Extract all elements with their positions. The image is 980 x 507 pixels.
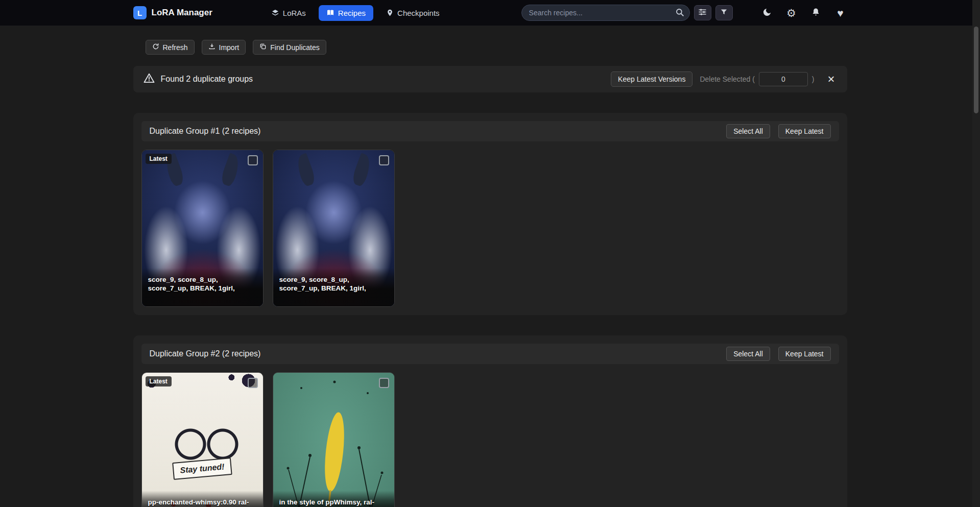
- duplicate-group-1: Duplicate Group #1 (2 recipes) Select Al…: [133, 113, 847, 315]
- funnel-icon: [720, 8, 728, 18]
- recipe-caption: score_9, score_8_up, score_7_up, BREAK, …: [142, 268, 263, 306]
- import-button[interactable]: Import: [202, 40, 246, 55]
- moon-icon: [762, 7, 772, 19]
- group-title: Duplicate Group #2 (2 recipes): [150, 349, 261, 358]
- import-label: Import: [219, 43, 240, 52]
- refresh-button[interactable]: Refresh: [146, 40, 195, 55]
- card-row: Stay tuned! Latest pp-enchanted-whimsy:0…: [141, 372, 839, 507]
- search-input[interactable]: [521, 5, 690, 21]
- recipe-card[interactable]: Stay tuned! Latest pp-enchanted-whimsy:0…: [141, 372, 264, 507]
- card-checkbox[interactable]: [248, 378, 258, 388]
- recipe-card[interactable]: in the style of ppWhimsy, ral-frctlgmtry…: [273, 372, 395, 507]
- notifications-button[interactable]: [809, 6, 823, 19]
- settings-button[interactable]: ⚙: [785, 6, 798, 19]
- tab-loras[interactable]: LoRAs: [264, 5, 314, 21]
- heart-icon: ♥: [837, 8, 843, 18]
- image-sign-text: Stay tuned!: [172, 457, 232, 480]
- book-icon: [326, 9, 334, 17]
- card-checkbox[interactable]: [379, 378, 389, 388]
- copy-icon: [259, 43, 267, 52]
- group-title: Duplicate Group #1 (2 recipes): [150, 127, 261, 136]
- search-button[interactable]: [674, 7, 686, 18]
- recipe-image: [273, 373, 394, 507]
- duplicates-banner: Found 2 duplicate groups Keep Latest Ver…: [133, 66, 847, 92]
- select-all-button[interactable]: Select All: [726, 124, 770, 138]
- recipe-card[interactable]: score_9, score_8_up, score_7_up, BREAK, …: [273, 150, 395, 307]
- bell-icon: [811, 7, 821, 18]
- card-checkbox[interactable]: [248, 155, 258, 165]
- support-button[interactable]: ♥: [834, 6, 847, 19]
- warning-icon: [144, 73, 155, 85]
- delete-count-input[interactable]: [759, 72, 808, 86]
- group-header: Duplicate Group #2 (2 recipes) Select Al…: [141, 344, 839, 364]
- nav-tabs: LoRAs Recipes Checkpoints: [264, 5, 447, 21]
- navbar: L LoRA Manager LoRAs Recipes Checkpoi: [0, 0, 980, 26]
- tab-label: Recipes: [338, 9, 366, 17]
- latest-badge: Latest: [146, 154, 172, 164]
- refresh-icon: [152, 43, 159, 52]
- app-title: LoRA Manager: [152, 8, 212, 18]
- recipe-image: Stay tuned!: [142, 373, 263, 507]
- vertical-scrollbar[interactable]: [972, 0, 980, 507]
- theme-toggle-button[interactable]: [760, 6, 774, 19]
- search-bar: [521, 5, 690, 21]
- close-icon: ×: [827, 72, 834, 86]
- keep-latest-button[interactable]: Keep Latest: [778, 347, 831, 361]
- search-icon: [675, 11, 684, 18]
- card-checkbox[interactable]: [379, 155, 389, 165]
- keep-latest-button[interactable]: Keep Latest: [778, 124, 831, 138]
- sliders-icon: [698, 8, 707, 18]
- layers-icon: [271, 9, 279, 17]
- refresh-label: Refresh: [163, 43, 188, 52]
- recipe-caption: in the style of ppWhimsy, ral-frctlgmtry…: [273, 491, 394, 507]
- find-duplicates-label: Find Duplicates: [270, 43, 320, 52]
- duplicate-group-2: Duplicate Group #2 (2 recipes) Select Al…: [133, 335, 847, 507]
- app-logo: L LoRA Manager: [133, 6, 212, 19]
- group-header: Duplicate Group #1 (2 recipes) Select Al…: [141, 121, 839, 141]
- banner-message: Found 2 duplicate groups: [161, 75, 253, 84]
- filter-button[interactable]: [715, 5, 733, 20]
- download-icon: [208, 43, 216, 52]
- recipe-card[interactable]: Latest score_9, score_8_up, score_7_up, …: [141, 150, 264, 307]
- find-duplicates-button[interactable]: Find Duplicates: [253, 40, 326, 55]
- map-pin-icon: [386, 9, 394, 17]
- logo-icon: L: [133, 6, 147, 19]
- recipe-caption: score_9, score_8_up, score_7_up, BREAK, …: [273, 268, 394, 306]
- navbar-actions: ⚙ ♥: [760, 6, 847, 19]
- close-banner-button[interactable]: ×: [825, 73, 836, 85]
- delete-selected-prefix: Delete Selected (: [700, 75, 754, 83]
- gear-icon: ⚙: [786, 8, 796, 18]
- tab-checkpoints[interactable]: Checkpoints: [378, 5, 447, 21]
- card-row: Latest score_9, score_8_up, score_7_up, …: [141, 150, 839, 307]
- tab-label: LoRAs: [283, 9, 306, 17]
- adjustments-button[interactable]: [694, 5, 711, 20]
- toolbar: Refresh Import Find Duplicates: [133, 40, 847, 55]
- scrollbar-thumb[interactable]: [974, 27, 978, 113]
- tab-recipes[interactable]: Recipes: [319, 5, 373, 21]
- latest-badge: Latest: [146, 376, 172, 387]
- tab-label: Checkpoints: [397, 9, 440, 17]
- select-all-button[interactable]: Select All: [726, 347, 770, 361]
- recipe-caption: pp-enchanted-whimsy:0.90 ral-frctlgmtry,…: [142, 491, 263, 507]
- delete-selected-control[interactable]: Delete Selected ( ): [700, 72, 814, 86]
- delete-selected-suffix: ): [812, 75, 815, 83]
- keep-latest-versions-button[interactable]: Keep Latest Versions: [611, 71, 692, 87]
